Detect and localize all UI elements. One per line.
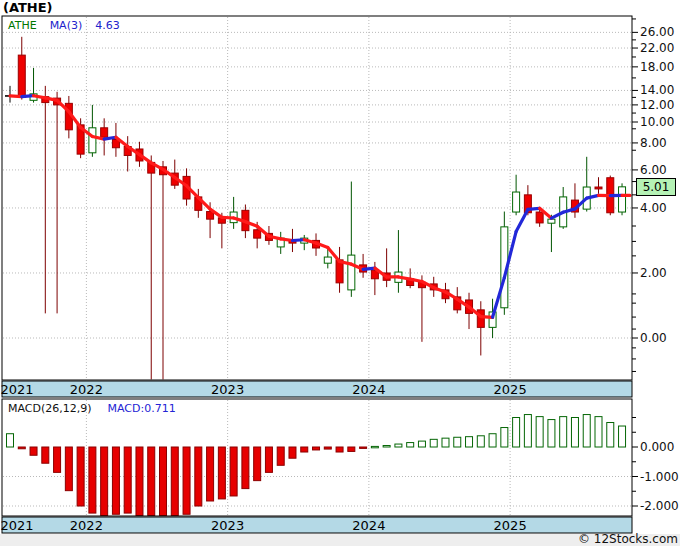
macd-bar-positive (430, 439, 437, 447)
candle (324, 257, 331, 263)
macd-axis-label: -1.000 (640, 470, 679, 484)
candle (536, 212, 543, 223)
macd-bar-negative (112, 447, 119, 514)
price-axis-label: 18.00 (640, 60, 674, 74)
macd-bar-positive (548, 420, 555, 447)
macd-bar-positive (407, 443, 414, 447)
macd-bar-negative (242, 447, 249, 489)
macd-bar-positive (583, 415, 590, 447)
year-label: 2022 (70, 382, 103, 397)
price-axis-label: 10.00 (640, 115, 674, 129)
year-label: 2023 (211, 518, 244, 533)
symbol-label: ATHE (8, 19, 37, 32)
macd-bar-positive (560, 417, 567, 447)
macd-bar-negative (277, 447, 284, 465)
price-axis-label: 26.00 (640, 25, 674, 39)
candle (348, 255, 355, 290)
macd-bar-negative (218, 447, 225, 499)
macd-bar-positive (442, 438, 449, 447)
macd-bar-negative (148, 447, 155, 516)
price-axis-label: 2.00 (640, 266, 667, 280)
macd-bar-positive (619, 426, 626, 447)
candle (595, 187, 602, 189)
macd-axis-label: -2.000 (640, 499, 679, 513)
macd-params-label: MACD(26,12,9) (8, 402, 92, 415)
macd-axis-label: 0.000 (640, 440, 674, 454)
price-axis-label: 0.00 (640, 331, 667, 345)
macd-bar-negative (89, 447, 96, 513)
price-axis-label: 12.00 (640, 98, 674, 112)
macd-bar-negative (42, 447, 49, 463)
macd-bar-negative (313, 447, 320, 450)
ma-label: MA(3) (50, 19, 83, 32)
macd-bar-positive (501, 428, 508, 447)
macd-bar-positive (395, 444, 402, 447)
candle (619, 187, 626, 212)
year-label: 2021 (0, 382, 33, 397)
macd-bar-negative (54, 447, 61, 472)
macd-bar-negative (171, 447, 178, 516)
ma-value: 4.63 (95, 19, 120, 32)
year-label: 2023 (211, 382, 244, 397)
page-title: (ATHE) (3, 0, 53, 15)
macd-bar-negative (207, 447, 214, 501)
macd-bar-positive (454, 437, 461, 447)
macd-bar-negative (324, 447, 331, 449)
price-chart-legend: ATHE MA(3) 4.63 (8, 19, 120, 32)
last-price-badge: 5.01 (636, 178, 676, 196)
price-axis-label: 14.00 (640, 83, 674, 97)
macd-axis: 0.000-1.000-2.000 (632, 418, 679, 514)
macd-bar-positive (477, 436, 484, 447)
price-axis-label: 6.00 (640, 163, 667, 177)
price-axis-label: 22.00 (640, 41, 674, 55)
candle (101, 128, 108, 137)
macd-bar-negative (101, 447, 108, 516)
macd-legend: MACD(26,12,9) MACD:0.711 (8, 402, 176, 415)
candle (89, 128, 96, 153)
year-label: 2022 (70, 518, 103, 533)
macd-bar-positive (595, 417, 602, 447)
macd-bar-negative (289, 447, 296, 458)
macd-bar-positive (513, 418, 520, 448)
macd-bar-negative (348, 447, 355, 451)
price-axis-label: 4.00 (640, 201, 667, 215)
macd-bar-negative (65, 447, 72, 491)
macd-bar-negative (18, 447, 25, 449)
macd-bar-negative (336, 447, 343, 452)
macd-bar-positive (7, 434, 14, 447)
macd-bar-positive (607, 423, 614, 447)
macd-bar-positive (536, 417, 543, 447)
year-label: 2024 (352, 518, 385, 533)
candle (477, 310, 484, 328)
macd-bar-negative (30, 447, 37, 455)
macd-bar-negative (195, 447, 202, 506)
macd-bar-positive (466, 437, 473, 447)
macd-bar-negative (124, 447, 131, 513)
macd-bar-negative (183, 447, 190, 514)
macd-value-label: MACD:0.711 (108, 402, 176, 415)
macd-bar-negative (136, 447, 143, 516)
macd-bar-positive (383, 446, 390, 447)
price-axis-label: 8.00 (640, 136, 667, 150)
candle (513, 192, 520, 212)
year-label: 2021 (0, 518, 33, 533)
macd-bar-positive (489, 434, 496, 447)
stock-chart-page: 2021202220232024202520212022202320242025… (0, 0, 680, 546)
macd-bar-negative (160, 447, 167, 516)
macd-bar-positive (371, 446, 378, 447)
candle (254, 230, 261, 238)
year-label: 2025 (494, 382, 527, 397)
macd-bar-negative (265, 447, 272, 472)
macd-bar-negative (301, 447, 308, 452)
macd-bar-negative (254, 447, 261, 481)
macd-bar-negative (77, 447, 84, 506)
price-and-macd-chart-canvas: 2021202220232024202520212022202320242025… (0, 0, 680, 546)
macd-bar-negative (230, 447, 237, 496)
copyright-text: © 12Stocks.com (578, 532, 678, 546)
macd-bar-positive (418, 441, 425, 447)
candle (18, 55, 25, 97)
macd-bar-positive (571, 418, 578, 448)
year-label: 2025 (494, 518, 527, 533)
macd-bar-positive (524, 415, 531, 447)
year-label: 2024 (352, 382, 385, 397)
